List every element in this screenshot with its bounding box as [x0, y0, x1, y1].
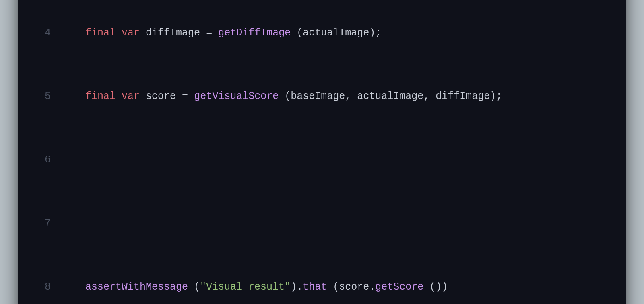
code-line-content: assertWithMessage ("Visual result").that… [61, 279, 609, 295]
code-line: 5 final var score = getVisualScore (base… [35, 88, 609, 105]
code-line: 7 [35, 216, 609, 232]
code-line-content [61, 152, 609, 168]
line-number: 4 [35, 25, 61, 41]
code-line: 4 final var diffImage = getDiffImage (ac… [35, 25, 609, 41]
code-window: 1 private void checkVisual () throws IOE… [18, 0, 626, 304]
code-line: 6 [35, 152, 609, 168]
line-number: 8 [35, 279, 61, 295]
code-block: 1 private void checkVisual () throws IOE… [35, 0, 609, 304]
code-line-content: final var score = getVisualScore (baseIm… [61, 88, 609, 105]
code-line: 8 assertWithMessage ("Visual result").th… [35, 279, 609, 295]
code-line-content: final var diffImage = getDiffImage (actu… [61, 25, 609, 41]
line-number: 6 [35, 152, 61, 168]
line-number: 5 [35, 88, 61, 105]
line-number: 7 [35, 216, 61, 232]
code-line-content [61, 216, 609, 232]
